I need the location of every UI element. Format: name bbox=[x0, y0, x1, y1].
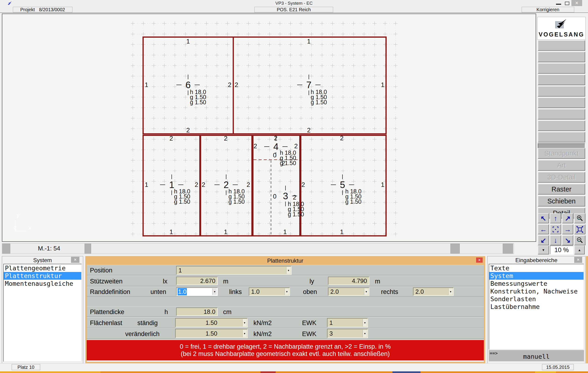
pan-left-button[interactable]: ← bbox=[538, 224, 549, 234]
ewk1-combobox[interactable]: 1 ▼ bbox=[327, 318, 368, 327]
oben-combobox[interactable]: 2.0 ▼ bbox=[328, 287, 369, 296]
ewk2-combobox[interactable]: 3 ▼ bbox=[327, 329, 368, 338]
hint-line-2: (bei 2 muss Nachbarplatte geometrisch ex… bbox=[87, 350, 484, 358]
position-title: POS. E21 Reich bbox=[277, 7, 311, 12]
scrollbar-thumb[interactable] bbox=[451, 244, 460, 253]
center-view-button[interactable] bbox=[550, 224, 561, 234]
list-item-plattengeometrie[interactable]: Plattengeometrie bbox=[4, 264, 81, 272]
chevron-down-icon[interactable]: ▼ bbox=[363, 330, 367, 337]
position-select[interactable]: 1 ▼ bbox=[176, 266, 292, 275]
links-combobox[interactable]: 1.0 ▼ bbox=[249, 287, 290, 296]
zoom-increase-button[interactable]: ▲ bbox=[574, 246, 585, 254]
staendig-combobox[interactable]: 1.50 ▼ bbox=[175, 318, 248, 327]
scrollbar-thumb[interactable] bbox=[84, 244, 91, 253]
maximize-button[interactable] bbox=[565, 2, 569, 5]
plate-number-1: 1 bbox=[169, 180, 174, 190]
plate-annotation: g 1.50 bbox=[311, 99, 327, 105]
veraenderlich-label: veränderlich bbox=[120, 330, 159, 338]
drawing-canvas[interactable]: 6h 18.0g 1.50g 1.5011227h 18.0g 1.50g 1.… bbox=[2, 13, 536, 242]
veraenderlich-combobox[interactable]: 1.50 ▼ bbox=[175, 329, 248, 338]
edge-support-marker: 2 bbox=[293, 194, 296, 201]
zoom-out-button[interactable] bbox=[574, 235, 585, 245]
floor-plan: 6h 18.0g 1.50g 1.5011227h 18.0g 1.50g 1.… bbox=[2, 14, 536, 241]
unten-combobox[interactable]: 1.0 ▼ bbox=[176, 287, 218, 296]
rechts-label: rechts bbox=[381, 288, 398, 296]
chevron-down-icon[interactable]: ▼ bbox=[212, 288, 217, 295]
hint-line-1: 0 = frei, 1 = drehbar gelagert, 2 = Nach… bbox=[87, 343, 484, 350]
rechts-combobox[interactable]: 2.0 ▼ bbox=[413, 287, 454, 296]
chevron-down-icon[interactable]: ▼ bbox=[448, 288, 453, 295]
scrollbar-thumb[interactable] bbox=[503, 244, 513, 253]
pan-right-icon: → bbox=[564, 225, 571, 233]
pan-up-right-icon: ↗ bbox=[565, 214, 570, 222]
edge-support-marker: 2 bbox=[224, 135, 227, 142]
tool-button-standpunkt[interactable]: Standpunkt bbox=[538, 148, 585, 159]
list-item-system[interactable]: System bbox=[489, 272, 584, 280]
scrollbar-thumb[interactable] bbox=[2, 244, 10, 253]
eingabebereiche-title: Eingabebereiche bbox=[487, 257, 585, 263]
axis-label-x: x bbox=[29, 224, 31, 231]
sidebar-blank-button-9[interactable] bbox=[538, 132, 585, 143]
korrigieren-button[interactable]: Korrigieren bbox=[522, 7, 574, 12]
pan-down-button[interactable]: ↓ bbox=[550, 235, 561, 245]
list-item-momentenausgleiche[interactable]: Momentenausgleiche bbox=[4, 280, 81, 287]
system-panel-close-button[interactable]: ✕ bbox=[71, 257, 79, 263]
pan-up-icon: ↑ bbox=[554, 214, 557, 222]
pan-down-left-button[interactable]: ↙ bbox=[538, 235, 549, 245]
fit-view-button[interactable] bbox=[574, 224, 585, 234]
tool-button-3d-detail[interactable]: 3D-Detail bbox=[538, 172, 585, 183]
pan-up-right-button[interactable]: ↗ bbox=[562, 213, 573, 223]
chevron-down-icon[interactable]: ▼ bbox=[286, 267, 291, 274]
pan-up-left-button[interactable]: ↖ bbox=[538, 213, 549, 223]
plate-annotation: g 1.50 bbox=[190, 99, 206, 105]
tool-button-schieben[interactable]: Schieben bbox=[538, 196, 585, 207]
plattendicke-field[interactable]: 18.0 bbox=[176, 307, 218, 316]
date-indicator: 15.05.2015 bbox=[542, 364, 574, 370]
axis-label-y: y bbox=[17, 212, 19, 218]
tool-button-raster[interactable]: Raster bbox=[538, 184, 585, 195]
ly-field[interactable]: 4.790 bbox=[328, 277, 369, 285]
stuetzweiten-row bbox=[87, 276, 484, 286]
plate-annotation: g 1.50 bbox=[288, 211, 304, 218]
pan-right-button[interactable]: → bbox=[562, 224, 573, 234]
tool-button-art[interactable]: Art bbox=[538, 160, 585, 171]
plattenstruktur-close-button[interactable]: ✕ bbox=[476, 257, 483, 263]
orange-edge-strip bbox=[586, 256, 588, 365]
chevron-down-icon[interactable]: ▼ bbox=[363, 319, 367, 327]
lx-field[interactable]: 2.670 bbox=[176, 277, 218, 285]
chevron-down-icon[interactable]: ▼ bbox=[284, 288, 289, 295]
zoom-in-button[interactable] bbox=[574, 213, 585, 223]
edge-support-marker: 1 bbox=[145, 181, 148, 188]
list-item-sonderlasten[interactable]: Sonderlasten bbox=[489, 295, 584, 303]
list-item-konstruktion-nachweise[interactable]: Konstruktion, Nachweise bbox=[489, 287, 584, 295]
edge-support-marker: 1 bbox=[186, 38, 190, 45]
edge-support-marker: 1 bbox=[224, 229, 227, 235]
pan-up-button[interactable]: ↑ bbox=[550, 213, 561, 223]
sidebar-blank-button-2[interactable] bbox=[538, 52, 585, 62]
chevron-down-icon[interactable]: ▼ bbox=[242, 319, 247, 327]
list-item-lastübernahme[interactable]: Lastübernahme bbox=[489, 303, 584, 311]
eingabebereiche-close-button[interactable]: ✕ bbox=[574, 257, 582, 263]
sidebar-blank-button-4[interactable] bbox=[538, 75, 585, 85]
zoom-decrease-button[interactable]: ▼ bbox=[538, 246, 549, 254]
sidebar-blank-button-5[interactable] bbox=[538, 86, 585, 97]
sidebar-blank-button-1[interactable] bbox=[538, 40, 585, 51]
minimize-button[interactable] bbox=[556, 4, 561, 5]
list-item-texte[interactable]: Texte bbox=[489, 264, 584, 272]
kn-m2-unit: kN/m2 bbox=[253, 319, 272, 327]
sidebar-blank-button-7[interactable] bbox=[538, 109, 585, 120]
sidebar-blank-buttons bbox=[538, 40, 585, 155]
pan-down-right-icon: ↘ bbox=[565, 236, 570, 244]
chevron-down-icon[interactable]: ▼ bbox=[242, 330, 247, 337]
sidebar-blank-button-6[interactable] bbox=[538, 98, 585, 108]
close-button[interactable]: ✕ bbox=[571, 0, 582, 6]
list-item-plattenstruktur[interactable]: Plattenstruktur bbox=[4, 272, 81, 280]
ewk-label: EWK bbox=[302, 330, 316, 338]
chevron-down-icon[interactable]: ▼ bbox=[364, 288, 368, 295]
pan-down-right-button[interactable]: ↘ bbox=[562, 235, 573, 245]
list-item-bemessungswerte[interactable]: Bemessungswerte bbox=[489, 280, 584, 287]
sidebar-blank-button-3[interactable] bbox=[538, 63, 585, 74]
zoom-level: 10 % bbox=[550, 246, 573, 254]
plattendicke-row bbox=[87, 307, 484, 317]
sidebar-blank-button-8[interactable] bbox=[538, 121, 585, 131]
